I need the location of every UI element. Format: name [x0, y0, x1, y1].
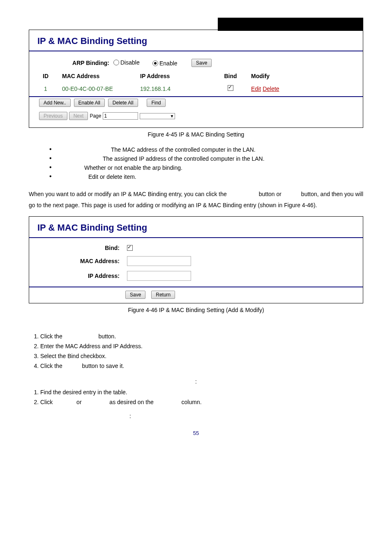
page-number-input[interactable]: [103, 112, 138, 120]
next-button[interactable]: Next: [69, 112, 88, 120]
list-item: Edit or delete item.: [29, 172, 363, 181]
list-item: Enter the MAC Address and IP Address.: [40, 341, 363, 351]
find-button[interactable]: Find: [147, 99, 165, 107]
radio-disable-label: Disable: [120, 59, 140, 66]
bind-checkbox[interactable]: [228, 85, 233, 91]
paragraph-1: When you want to add or modify an IP & M…: [29, 189, 363, 210]
col-ip: IP Address: [140, 73, 210, 79]
col-bind: Bind: [210, 73, 251, 79]
ip-address-input[interactable]: [127, 271, 191, 281]
list-item: The MAC address of the controlled comput…: [29, 145, 363, 154]
mac-address-input[interactable]: [127, 256, 191, 266]
list-item: The assigned IP address of the controlle…: [29, 154, 363, 163]
list-item: Click the button.: [40, 331, 363, 341]
col-id: ID: [29, 73, 62, 79]
save-button[interactable]: Save: [191, 59, 212, 67]
figure-4-45-box: IP & MAC Binding Setting ARP Binding: Di…: [29, 30, 363, 128]
col-mac: MAC Address: [62, 73, 140, 79]
return-button[interactable]: Return: [151, 291, 175, 299]
enable-all-button[interactable]: Enable All: [74, 99, 105, 107]
save-button[interactable]: Save: [125, 291, 145, 299]
add-new-button[interactable]: Add New..: [39, 99, 71, 107]
ip-address-label: IP Address:: [29, 273, 127, 279]
steps-list-b: Find the desired entry in the table. Cli…: [40, 387, 363, 407]
mac-address-label: MAC Address:: [29, 258, 127, 264]
row-id: 1: [29, 86, 62, 92]
bullet-list: The MAC address of the controlled comput…: [29, 145, 363, 181]
page-label: Page: [90, 113, 101, 119]
table-row: 1 00-E0-4C-00-07-BE 192.168.1.4 EditDele…: [29, 83, 363, 96]
edit-link[interactable]: Edit: [251, 86, 261, 92]
fig46-caption: Figure 4-46 IP & MAC Binding Setting (Ad…: [29, 307, 363, 313]
previous-button[interactable]: Previous: [39, 112, 67, 120]
colon-1: :: [195, 378, 197, 385]
colon-2: :: [84, 413, 131, 419]
delete-all-button[interactable]: Delete All: [108, 99, 138, 107]
bind-label: Bind:: [29, 245, 127, 251]
chevron-down-icon: ▼: [170, 114, 174, 118]
fig45-caption: Figure 4-45 IP & MAC Binding Setting: [29, 131, 363, 138]
row-mac: 00-E0-4C-00-07-BE: [62, 86, 140, 92]
fig45-title: IP & MAC Binding Setting: [29, 30, 363, 51]
fig46-title: IP & MAC Binding Setting: [29, 217, 363, 237]
row-ip: 192.168.1.4: [140, 86, 210, 92]
arp-disable-radio[interactable]: Disable: [113, 59, 140, 66]
col-modify: Modify: [251, 73, 300, 79]
arp-enable-radio[interactable]: Enable: [152, 60, 178, 67]
list-item: Select the Bind checkbox.: [40, 351, 363, 361]
list-item: Whether or not enable the arp binding.: [29, 163, 363, 172]
radio-enable-label: Enable: [159, 60, 178, 67]
header-black-box: [218, 18, 363, 31]
page-number: 55: [29, 422, 363, 436]
page-select[interactable]: ▼: [140, 113, 175, 119]
delete-link[interactable]: Delete: [263, 86, 279, 92]
arp-binding-label: ARP Binding:: [29, 60, 113, 66]
figure-4-46-box: IP & MAC Binding Setting Bind: MAC Addre…: [29, 216, 363, 303]
steps-list-a: Click the button. Enter the MAC Address …: [40, 331, 363, 371]
list-item: Click the button to save it.: [40, 361, 363, 371]
bind-checkbox[interactable]: [127, 245, 133, 251]
list-item: Find the desired entry in the table.: [40, 387, 363, 397]
list-item: Click or as desired on the column.: [40, 397, 363, 407]
